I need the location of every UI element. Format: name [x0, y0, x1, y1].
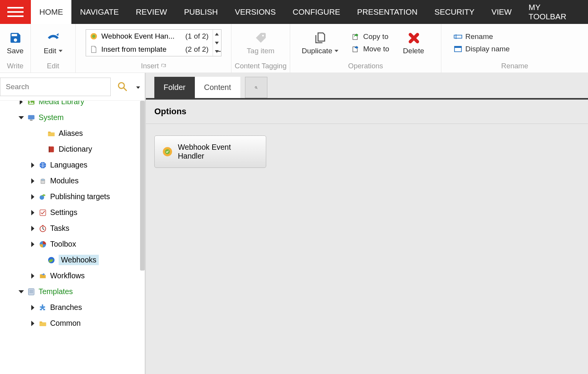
move-to-button[interactable]: Move to [350, 44, 391, 54]
tree-expander[interactable] [30, 321, 35, 326]
duplicate-label: Duplicate [302, 47, 332, 55]
duplicate-button[interactable]: Duplicate [299, 29, 341, 57]
menu-tab-view[interactable]: VIEW [483, 0, 520, 24]
menu-tab-security[interactable]: SECURITY [426, 0, 483, 24]
menu-tab-review[interactable]: REVIEW [127, 0, 176, 24]
workflows-icon [39, 272, 47, 280]
tree-node-settings[interactable]: Settings [0, 205, 145, 220]
tree-node-label: Settings [50, 208, 77, 217]
tree-expander[interactable] [30, 242, 35, 247]
menu-tab-versions[interactable]: VERSIONS [226, 0, 284, 24]
tree-node-system[interactable]: System [0, 110, 145, 125]
ribbon: Save Write Edit Edit Webhook Event Han..… [0, 24, 588, 73]
ribbon-group-insert: Webhook Event Han...(1 of 2)Insert from … [76, 24, 231, 73]
folder-icon [39, 319, 47, 328]
insert-option-count: (1 of 2) [185, 32, 208, 41]
option-webhook-event-handler[interactable]: Webhook Event Handler [154, 135, 266, 168]
tree-node-tasks[interactable]: Tasks [0, 220, 145, 236]
tree-node-workflows[interactable]: Workflows [0, 268, 145, 284]
tree-node-languages[interactable]: Languages [0, 157, 145, 173]
tab-folder[interactable]: Folder [154, 77, 195, 98]
insert-option-count: (2 of 2) [185, 45, 208, 54]
svg-rect-13 [28, 115, 35, 119]
tree-node-modules[interactable]: Modules [0, 173, 145, 189]
insert-option-0[interactable]: Webhook Event Han...(1 of 2) [86, 30, 213, 43]
tree-node-dictionary[interactable]: Dictionary [0, 141, 145, 157]
tree-node-label: Tasks [50, 224, 69, 233]
insert-option-1[interactable]: Insert from template(2 of 2) [86, 43, 213, 56]
tree-expander[interactable] [30, 273, 35, 279]
search-input[interactable] [6, 83, 105, 91]
search-button[interactable] [117, 81, 128, 93]
hamburger-menu[interactable] [0, 0, 31, 24]
tree-expander[interactable] [19, 101, 24, 105]
tree-node-label: Publishing targets [50, 192, 110, 201]
tree-node-templates[interactable]: Templates [0, 284, 145, 300]
toolbox-icon [39, 240, 47, 249]
menu-tab-my-toolbar[interactable]: MY TOOLBAR [520, 0, 588, 24]
top-menu: HOMENAVIGATEREVIEWPUBLISHVERSIONSCONFIGU… [0, 0, 588, 24]
save-button[interactable]: Save [2, 29, 29, 57]
insert-scroll-menu[interactable] [213, 47, 221, 56]
branches-icon [39, 303, 47, 312]
menu-tab-publish[interactable]: PUBLISH [176, 0, 226, 24]
tree-expander[interactable] [19, 290, 24, 293]
tree-node-publishing-targets[interactable]: Publishing targets [0, 189, 145, 205]
edit-icon [46, 30, 60, 45]
popout-icon[interactable] [161, 64, 166, 68]
ribbon-group-label-insert: Insert [76, 62, 231, 73]
save-icon [9, 30, 22, 45]
tree-expander[interactable] [30, 178, 35, 184]
tree-node-media-library[interactable]: Media Library [0, 101, 145, 110]
search-icon [255, 83, 258, 93]
tree-expander[interactable] [30, 162, 35, 168]
tree-expander[interactable] [30, 226, 35, 231]
publishing-icon [39, 193, 47, 201]
tree-node-webhooks[interactable]: Webhooks [0, 252, 145, 268]
delete-button[interactable]: Delete [400, 29, 427, 57]
copy-to-icon [351, 33, 360, 41]
tag-item-button: Tag item [245, 29, 277, 57]
main-panel: Folder Content Options Webhook Event Han… [146, 73, 588, 374]
tree-node-aliases[interactable]: Aliases [0, 125, 145, 141]
tree-expander[interactable] [19, 116, 24, 119]
tree-node-common[interactable]: Common [0, 315, 145, 331]
display-name-button[interactable]: Display name [452, 44, 511, 54]
edit-button[interactable]: Edit [40, 29, 67, 57]
media-library-icon [27, 101, 35, 106]
ribbon-group-label-content-tagging: Content Tagging [231, 62, 290, 73]
tab-search[interactable] [245, 77, 267, 98]
svg-rect-15 [49, 146, 49, 152]
svg-line-10 [124, 88, 127, 90]
search-dropdown[interactable] [135, 83, 140, 90]
content-tree: Media LibrarySystemAliasesDictionaryLang… [0, 101, 145, 334]
tree-expander[interactable] [30, 305, 35, 310]
insert-scroll-down[interactable] [213, 39, 221, 47]
copy-move-stack: Copy to Move to [350, 32, 391, 54]
display-name-icon [454, 46, 462, 52]
rename-button[interactable]: Rename [452, 32, 511, 42]
tree-expander[interactable] [30, 210, 35, 215]
tree-node-label: Webhooks [59, 255, 99, 265]
tab-content[interactable]: Content [195, 77, 240, 98]
menu-tab-navigate[interactable]: NAVIGATE [71, 0, 127, 24]
tree-wrap: Media LibrarySystemAliasesDictionaryLang… [0, 101, 145, 374]
svg-point-1 [92, 35, 95, 38]
menu-tab-home[interactable]: HOME [31, 0, 72, 24]
svg-rect-14 [30, 120, 33, 121]
tree-expander[interactable] [30, 194, 35, 200]
tree-node-toolbox[interactable]: Toolbox [0, 236, 145, 252]
tree-node-branches[interactable]: Branches [0, 300, 145, 315]
options-area: Webhook Event Handler [146, 124, 588, 179]
tree-node-label: Languages [50, 161, 88, 169]
tree-node-label: Templates [39, 287, 73, 296]
menu-tab-configure[interactable]: CONFIGURE [284, 0, 349, 24]
modules-icon [39, 177, 47, 185]
insert-scroll-up[interactable] [213, 30, 221, 39]
display-name-label: Display name [465, 45, 510, 53]
copy-to-button[interactable]: Copy to [350, 32, 391, 42]
delete-icon [407, 30, 420, 45]
menu-tab-presentation[interactable]: PRESENTATION [349, 0, 426, 24]
save-label: Save [7, 47, 24, 55]
tree-scrollbar[interactable] [140, 101, 145, 271]
